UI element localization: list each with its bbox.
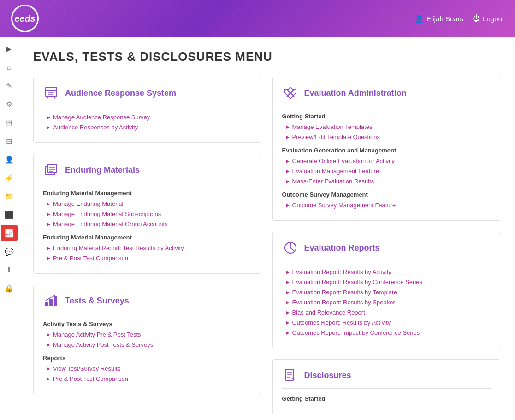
enduring-title: Enduring Materials bbox=[65, 165, 140, 175]
arrow-icon: ▶ bbox=[286, 280, 290, 285]
layout: ▶ ⌂ ✎ ⚙ ⊞ ⊟ 👤 ⚡ 📁 ⬛ 📈 💬 🌡 🔒 EVALS, TESTS… bbox=[0, 37, 515, 420]
arrow-icon: ▶ bbox=[47, 125, 50, 130]
eval-reports-title: Evaluation Reports bbox=[304, 243, 380, 253]
main-content: EVALS, TESTS & DISCLOSURES MENU bbox=[18, 37, 515, 420]
link-mass-enter-eval-results[interactable]: ▶ Mass-Enter Evaluation Results bbox=[282, 177, 491, 186]
logo: eeds bbox=[11, 5, 39, 32]
arrow-icon: ▶ bbox=[286, 203, 290, 208]
arrow-icon: ▶ bbox=[286, 290, 290, 295]
sidebar-item-table[interactable]: ⊟ bbox=[1, 133, 18, 149]
arrow-icon: ▶ bbox=[286, 134, 290, 140]
sidebar-item-messages[interactable]: 💬 bbox=[1, 243, 18, 260]
arrow-icon: ▶ bbox=[286, 320, 290, 325]
disclosures-title: Disclosures bbox=[304, 371, 351, 380]
link-enduring-report[interactable]: ▶ Enduring Material Report: Test Results… bbox=[43, 244, 252, 252]
section-audience: Audience Response System ▶ Manage Audien… bbox=[33, 77, 261, 143]
arrow-icon: ▶ bbox=[286, 169, 290, 174]
content-grid: Audience Response System ▶ Manage Audien… bbox=[33, 77, 500, 414]
link-view-test-survey-results[interactable]: ▶ View Test/Survey Results bbox=[43, 364, 252, 373]
tests-icon bbox=[43, 292, 59, 309]
svg-rect-0 bbox=[46, 88, 57, 97]
arrow-icon: ▶ bbox=[47, 256, 50, 261]
section-disclosures-header: Disclosures bbox=[282, 367, 491, 389]
sidebar-item-settings[interactable]: ⚙ bbox=[1, 96, 18, 112]
tests-title: Tests & Surveys bbox=[65, 296, 129, 306]
link-eval-report-speaker[interactable]: ▶ Evaluation Report: Results by Speaker bbox=[282, 298, 491, 307]
sidebar-item-apps[interactable]: ⬛ bbox=[1, 206, 18, 223]
arrow-icon: ▶ bbox=[286, 300, 290, 305]
sidebar-item-grid[interactable]: ⊞ bbox=[1, 114, 18, 131]
link-manage-eval-templates[interactable]: ▶ Manage Evaluation Templates bbox=[282, 122, 491, 131]
arrow-icon: ▶ bbox=[286, 179, 290, 184]
user-menu[interactable]: 👤 Elijah Sears bbox=[414, 14, 463, 23]
section-eval-admin: Evaluation Administration Getting Starte… bbox=[272, 77, 501, 221]
arrow-icon: ▶ bbox=[47, 115, 50, 120]
link-outcome-survey-feature[interactable]: ▶ Outcome Survey Management Feature bbox=[282, 201, 491, 210]
section-tests: Tests & Surveys Activity Tests & Surveys… bbox=[33, 285, 261, 394]
eval-reports-icon bbox=[282, 239, 299, 256]
arrow-icon: ▶ bbox=[47, 201, 50, 206]
audience-title: Audience Response System bbox=[65, 88, 176, 98]
logo-text: eeds bbox=[14, 13, 36, 24]
svg-rect-9 bbox=[45, 302, 48, 306]
link-manage-enduring-group[interactable]: ▶ Manage Enduring Material Group Account… bbox=[43, 220, 252, 228]
arrow-icon: ▶ bbox=[286, 124, 290, 129]
link-eval-report-template[interactable]: ▶ Evaluation Report: Results by Template bbox=[282, 288, 491, 297]
link-pre-post-comparison-tests[interactable]: ▶ Pre & Post Test Comparison bbox=[43, 374, 252, 383]
header-right: 👤 Elijah Sears ⏻ Logout bbox=[414, 14, 504, 23]
svg-rect-11 bbox=[54, 296, 57, 306]
arrow-icon: ▶ bbox=[286, 330, 290, 335]
right-column: Evaluation Administration Getting Starte… bbox=[272, 77, 501, 414]
link-manage-audience-survey[interactable]: ▶ Manage Audience Response Survey bbox=[43, 113, 252, 122]
link-outcomes-report-conference[interactable]: ▶ Outcomes Report: Impact by Conference … bbox=[282, 328, 491, 337]
enduring-icon bbox=[43, 162, 59, 178]
sidebar-item-arrow[interactable]: ▶ bbox=[1, 41, 18, 57]
section-enduring: Enduring Materials Enduring Material Man… bbox=[33, 154, 261, 274]
subsection-reports-tests: Reports bbox=[43, 355, 252, 362]
section-tests-header: Tests & Surveys bbox=[43, 292, 252, 314]
link-manage-pre-post-tests[interactable]: ▶ Manage Activity Pre & Post Tests bbox=[43, 330, 252, 339]
logout-button[interactable]: ⏻ Logout bbox=[473, 14, 504, 23]
section-eval-admin-header: Evaluation Administration bbox=[282, 85, 491, 106]
link-manage-post-tests-surveys[interactable]: ▶ Manage Activity Post Tests & Surveys bbox=[43, 340, 252, 349]
sidebar-item-lock[interactable]: 🔒 bbox=[1, 280, 18, 297]
user-label: Elijah Sears bbox=[426, 15, 463, 23]
link-preview-edit-template[interactable]: ▶ Preview/Edit Template Questions bbox=[282, 133, 491, 141]
section-disclosures: Disclosures Getting Started bbox=[272, 359, 501, 414]
eval-admin-title: Evaluation Administration bbox=[304, 88, 407, 98]
link-generate-online-eval[interactable]: ▶ Generate Online Evaluation for Activit… bbox=[282, 157, 491, 165]
sidebar-item-home[interactable]: ⌂ bbox=[1, 59, 18, 76]
arrow-icon: ▶ bbox=[47, 222, 50, 227]
subsection-eval-generation: Evaluation Generation and Management bbox=[282, 147, 491, 154]
link-eval-report-activity[interactable]: ▶ Evaluation Report: Results by Activity bbox=[282, 268, 491, 276]
subsection-outcome-survey: Outcome Survey Management bbox=[282, 191, 491, 198]
link-eval-report-conference[interactable]: ▶ Evaluation Report: Results by Conferen… bbox=[282, 278, 491, 286]
section-eval-reports: Evaluation Reports ▶ Evaluation Report: … bbox=[272, 232, 501, 348]
sidebar-item-user[interactable]: 👤 bbox=[1, 151, 18, 168]
subsection-activity-tests: Activity Tests & Surveys bbox=[43, 321, 252, 327]
arrow-icon: ▶ bbox=[47, 211, 50, 216]
svg-line-16 bbox=[290, 248, 294, 251]
section-eval-reports-header: Evaluation Reports bbox=[282, 239, 491, 261]
link-eval-management-feature[interactable]: ▶ Evaluation Management Feature bbox=[282, 167, 491, 175]
eval-admin-icon bbox=[282, 85, 299, 101]
subsection-getting-started: Getting Started bbox=[282, 113, 491, 120]
link-bias-relevance-report[interactable]: ▶ Bias and Relevance Report bbox=[282, 308, 491, 317]
link-outcomes-report-activity[interactable]: ▶ Outcomes Report: Results by Activity bbox=[282, 318, 491, 327]
logout-icon: ⏻ bbox=[473, 14, 480, 23]
link-audience-responses-activity[interactable]: ▶ Audience Responses by Activity bbox=[43, 123, 252, 132]
link-manage-enduring[interactable]: ▶ Manage Enduring Material bbox=[43, 199, 252, 208]
sidebar-item-thermometer[interactable]: 🌡 bbox=[1, 262, 18, 278]
sidebar-item-chart[interactable]: 📈 bbox=[1, 225, 18, 241]
section-enduring-header: Enduring Materials bbox=[43, 162, 252, 183]
app-header: eeds 👤 Elijah Sears ⏻ Logout bbox=[0, 0, 515, 37]
sidebar-item-edit[interactable]: ✎ bbox=[1, 77, 18, 94]
sidebar-item-folder[interactable]: 📁 bbox=[1, 188, 18, 204]
svg-rect-10 bbox=[49, 299, 53, 306]
link-manage-enduring-subscriptions[interactable]: ▶ Manage Enduring Material Subscriptions bbox=[43, 210, 252, 218]
arrow-icon: ▶ bbox=[286, 158, 290, 163]
user-icon: 👤 bbox=[414, 14, 424, 23]
sidebar-item-plug[interactable]: ⚡ bbox=[1, 169, 18, 186]
section-audience-header: Audience Response System bbox=[43, 85, 252, 106]
link-pre-post-comparison-enduring[interactable]: ▶ Pre & Post Test Comparison bbox=[43, 254, 252, 262]
